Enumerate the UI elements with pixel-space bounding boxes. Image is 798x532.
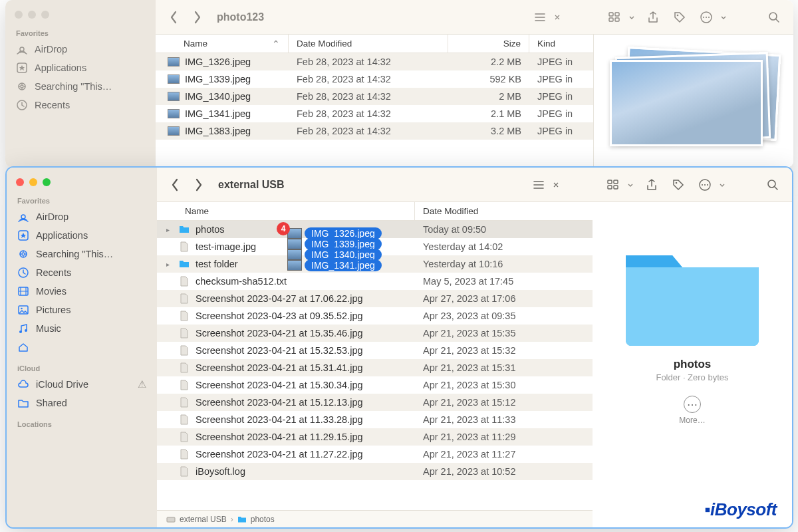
minimize-button[interactable] <box>28 11 36 19</box>
drag-item-label: IMG_1341.jpeg <box>305 259 382 271</box>
col-date[interactable]: Date Modified <box>289 35 448 53</box>
chevron-down-icon[interactable] <box>627 182 634 188</box>
file-kind: JPEG in <box>529 91 593 102</box>
svg-point-0 <box>20 47 24 51</box>
path-root[interactable]: external USB <box>180 515 227 524</box>
svg-point-14 <box>769 13 777 20</box>
svg-point-34 <box>768 180 775 188</box>
file-row[interactable]: Screenshot 2023-04-21 at 11.33.28.jpgApr… <box>157 411 593 428</box>
view-list-icon[interactable] <box>530 176 547 194</box>
file-row[interactable]: IMG_1339.jpegFeb 28, 2023 at 14:32592 KB… <box>156 70 593 88</box>
more-icon[interactable] <box>696 176 714 194</box>
zoom-button[interactable] <box>41 11 49 19</box>
sidebar-item[interactable]: Recents <box>5 96 156 114</box>
disclosure-triangle[interactable]: ▸ <box>166 261 173 268</box>
zoom-button[interactable] <box>43 178 51 186</box>
col-date[interactable]: Date Modified <box>415 202 593 220</box>
file-name: IMG_1341.jpeg <box>185 108 251 119</box>
drag-count-badge: 4 <box>277 222 290 235</box>
sidebar-item[interactable]: Shared <box>7 394 157 412</box>
path-separator: › <box>231 515 233 524</box>
sidebar-item[interactable]: Applications <box>5 59 156 77</box>
close-button[interactable] <box>16 178 24 186</box>
file-row[interactable]: Screenshot 2023-04-21 at 15.31.41.jpgApr… <box>157 359 593 376</box>
back-button[interactable] <box>168 178 182 192</box>
svg-point-29 <box>676 182 678 184</box>
sidebar-item[interactable]: Music <box>7 319 157 338</box>
drag-item: IMG_1341.jpeg <box>287 259 382 271</box>
chevron-down-icon[interactable] <box>720 14 727 21</box>
tag-icon[interactable] <box>670 176 687 194</box>
sidebar-item[interactable]: iCloud Drive⚠︎ <box>7 375 157 394</box>
file-row[interactable]: IMG_1383.jpegFeb 28, 2023 at 14:323.2 MB… <box>156 122 593 140</box>
file-row[interactable]: IMG_1340.jpegFeb 28, 2023 at 14:322 MBJP… <box>156 88 593 105</box>
file-row[interactable]: Screenshot 2023-04-21 at 11.29.15.jpgApr… <box>157 428 593 446</box>
file-row[interactable]: Screenshot 2023-04-21 at 15.35.46.jpgApr… <box>157 325 593 342</box>
sidebar-item[interactable]: AirDrop <box>5 40 156 59</box>
sidebar-section-locations: Locations <box>7 419 157 431</box>
file-row[interactable]: IMG_1326.jpegFeb 28, 2023 at 14:322.2 MB… <box>156 53 593 70</box>
file-size: 2 MB <box>448 91 529 102</box>
sidebar-item[interactable]: Movies <box>7 282 157 301</box>
svg-point-32 <box>704 184 706 185</box>
image-thumb-icon <box>287 260 302 271</box>
chevron-down-icon[interactable] <box>719 182 726 188</box>
minimize-button[interactable] <box>29 178 37 186</box>
preview-more-button[interactable]: ⋯ More… <box>679 396 705 425</box>
document-icon <box>178 396 190 408</box>
sidebar-item[interactable]: Searching "This… <box>7 245 157 263</box>
window-controls <box>5 7 156 28</box>
forward-button[interactable] <box>192 178 206 192</box>
airdrop-icon <box>16 43 28 55</box>
group-icon[interactable] <box>604 176 622 194</box>
forward-button[interactable] <box>190 10 205 25</box>
svg-rect-28 <box>614 186 618 189</box>
document-icon <box>178 431 190 443</box>
more-icon[interactable] <box>698 9 715 26</box>
view-options-chevron[interactable] <box>554 14 561 21</box>
file-row[interactable]: Screenshot 2023-04-21 at 11.27.22.jpgApr… <box>157 446 593 463</box>
path-leaf[interactable]: photos <box>251 515 275 524</box>
chevron-down-icon[interactable] <box>628 14 635 21</box>
view-list-icon[interactable] <box>531 9 549 26</box>
file-row[interactable]: IMG_1341.jpegFeb 28, 2023 at 14:322.1 MB… <box>156 105 593 122</box>
sidebar-item[interactable]: Searching "This… <box>5 77 156 96</box>
group-icon[interactable] <box>606 9 623 26</box>
folder-icon <box>178 258 190 270</box>
file-size: 2.2 MB <box>448 57 529 67</box>
col-kind[interactable]: Kind <box>529 35 593 53</box>
file-row[interactable]: iBoysoft.logApr 21, 2023 at 10:52 <box>157 463 593 480</box>
column-headers: Name⌃ Date Modified Size Kind <box>156 35 593 53</box>
view-options-chevron[interactable] <box>553 182 559 188</box>
file-kind: JPEG in <box>529 126 593 136</box>
file-row[interactable]: Screenshot 2023-04-21 at 15.32.53.jpgApr… <box>157 342 593 359</box>
sidebar-item[interactable]: Applications <box>7 226 157 245</box>
image-thumb-icon <box>168 74 180 84</box>
back-button[interactable] <box>166 10 181 25</box>
file-date: Feb 28, 2023 at 14:32 <box>289 74 448 84</box>
file-row[interactable]: Screenshot 2023-04-21 at 15.12.13.jpgApr… <box>157 394 593 411</box>
col-name[interactable]: Name <box>157 202 415 220</box>
share-icon[interactable] <box>643 176 660 194</box>
col-size[interactable]: Size <box>448 35 529 53</box>
file-name: iBoysoft.log <box>196 466 245 477</box>
close-button[interactable] <box>15 11 23 19</box>
home-icon <box>17 341 29 353</box>
file-row[interactable]: Screenshot 2023-04-27 at 17.06.22.jpgApr… <box>157 290 593 307</box>
share-icon[interactable] <box>644 9 662 26</box>
disclosure-triangle[interactable]: ▸ <box>166 226 173 233</box>
sidebar-section-favorites: Favorites <box>5 28 156 40</box>
sidebar-item[interactable]: Pictures <box>7 301 157 319</box>
sidebar-item[interactable]: AirDrop <box>7 207 157 226</box>
document-icon <box>178 310 190 322</box>
file-row[interactable]: Screenshot 2023-04-23 at 09.35.52.jpgApr… <box>157 307 593 325</box>
file-row[interactable]: Screenshot 2023-04-21 at 15.30.34.jpgApr… <box>157 376 593 394</box>
tag-icon[interactable] <box>671 9 688 26</box>
sidebar-item[interactable] <box>7 338 157 356</box>
col-name[interactable]: Name⌃ <box>156 35 289 53</box>
sidebar-item[interactable]: Recents <box>7 263 157 282</box>
file-size: 3.2 MB <box>448 126 529 136</box>
search-icon[interactable] <box>765 9 783 26</box>
file-row[interactable]: checksum-sha512.txtMay 5, 2023 at 17:45 <box>157 273 593 290</box>
search-icon[interactable] <box>764 176 781 194</box>
